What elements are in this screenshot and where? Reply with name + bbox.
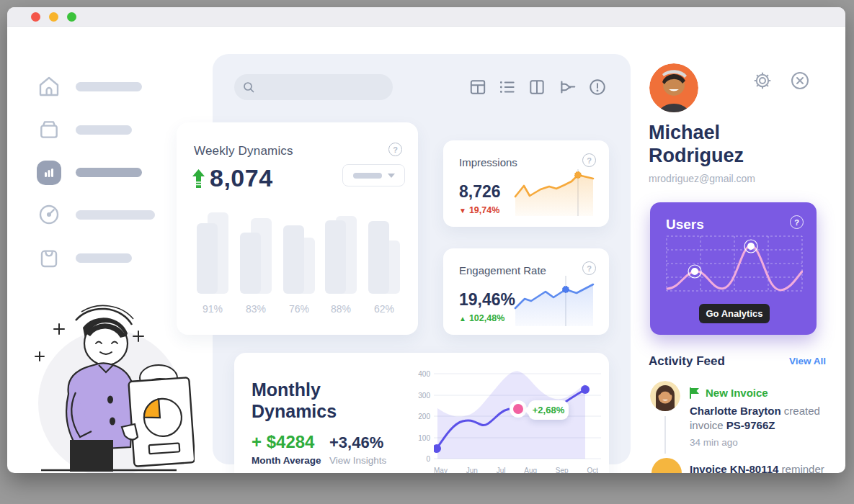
- engagement-card: Engagement Rate ? 19,46% ▲ 102,48%: [443, 248, 609, 335]
- view-all-link[interactable]: View All: [789, 356, 826, 366]
- merge-flow-icon[interactable]: [558, 78, 577, 96]
- bar-group: [368, 212, 400, 294]
- engagement-sparkline: [443, 248, 609, 335]
- activity-feed-title: Activity Feed: [649, 354, 725, 369]
- activity-timestamp: 34 min ago: [690, 437, 738, 448]
- users-help-icon[interactable]: ?: [790, 215, 804, 229]
- analytics-icon[interactable]: [37, 161, 61, 185]
- monthly-title: Monthly Dynamics: [252, 379, 337, 422]
- weekly-value: 8,074: [210, 164, 273, 192]
- users-title: Users: [666, 217, 704, 233]
- gauge-icon[interactable]: [37, 203, 61, 226]
- sidebar-item-analytics[interactable]: [76, 168, 142, 177]
- activity-item-text-2: Invoice KN-80114 reminder: [690, 462, 834, 473]
- bar-group: [325, 212, 357, 294]
- sidebar-item-orders[interactable]: [76, 125, 132, 135]
- archive-box-icon[interactable]: [37, 118, 61, 141]
- go-analytics-button[interactable]: Go Analytics: [699, 304, 770, 323]
- month-average-value: + $4284: [252, 432, 314, 452]
- weekly-title: Weekly Dynamics: [194, 144, 293, 158]
- insight-value: +3,46%: [329, 433, 383, 452]
- bar-label: 88%: [325, 303, 357, 315]
- search-input[interactable]: [255, 82, 378, 93]
- bar-label: 62%: [368, 303, 400, 315]
- settings-gear-icon[interactable]: [752, 70, 773, 91]
- app-window: Weekly Dynamics ? 8,074 91% 83% 76% 88% …: [7, 7, 845, 473]
- bar-label: 91%: [197, 303, 228, 315]
- chart-marker-dot: [513, 404, 523, 414]
- search-icon: [243, 81, 255, 94]
- bar-label: 76%: [283, 303, 315, 315]
- zoom-window-button[interactable]: [67, 12, 76, 22]
- bar-group: [240, 212, 272, 294]
- dropdown-placeholder-pill: [353, 173, 382, 179]
- bar-group: [283, 212, 315, 294]
- y-tick: 0: [412, 455, 430, 463]
- profile-email: mrodriguez@gmail.com: [649, 173, 755, 184]
- weekly-help-icon[interactable]: ?: [388, 143, 402, 156]
- chart-tooltip: +2,68%: [528, 400, 569, 420]
- month-average-label: Month Average: [252, 455, 321, 466]
- monthly-dynamics-card: Monthly Dynamics + $4284 Month Average +…: [234, 353, 609, 473]
- weekly-period-dropdown[interactable]: [342, 164, 405, 186]
- chevron-down-icon: [388, 174, 395, 178]
- alert-circle-icon[interactable]: [588, 78, 607, 96]
- window-titlebar: [7, 7, 845, 27]
- impressions-sparkline: [443, 140, 609, 227]
- close-window-button[interactable]: [31, 12, 40, 22]
- users-chart: [666, 235, 803, 293]
- home-icon[interactable]: [37, 75, 61, 98]
- impressions-card: Impressions ? 8,726 ▼ 19,74%: [443, 140, 609, 227]
- bar-group: [197, 212, 228, 294]
- flag-icon: [690, 387, 700, 399]
- growth-arrow-icon: [192, 169, 205, 188]
- minimize-window-button[interactable]: [49, 12, 58, 22]
- y-tick: 100: [412, 434, 430, 442]
- table-view-icon[interactable]: [468, 78, 487, 96]
- profile-name: Michael Rodriguez: [649, 121, 744, 167]
- y-tick: 300: [412, 392, 430, 400]
- y-tick: 400: [412, 370, 430, 378]
- view-insights-link[interactable]: View Insights: [329, 455, 386, 466]
- close-panel-icon[interactable]: [789, 70, 811, 91]
- user-avatar[interactable]: [649, 63, 698, 112]
- sidebar-item-store[interactable]: [76, 253, 132, 263]
- analyst-illustration: [25, 299, 195, 473]
- sidebar-item-performance[interactable]: [76, 210, 155, 220]
- y-tick: 200: [412, 413, 430, 420]
- weekly-dynamics-card: Weekly Dynamics ? 8,074 91% 83% 76% 88% …: [177, 122, 418, 335]
- bar-label: 83%: [240, 303, 272, 315]
- sidebar-item-home[interactable]: [76, 82, 142, 91]
- columns-view-icon[interactable]: [528, 78, 546, 96]
- users-card: Users ? Go Analytics: [650, 202, 817, 335]
- activity-item-text: Charlotte Brayton created invoice PS-976…: [690, 404, 830, 433]
- list-view-icon[interactable]: [498, 78, 517, 96]
- shopping-bag-icon[interactable]: [37, 246, 61, 269]
- timeline-connector: [664, 416, 666, 454]
- x-axis-labels: MayJun JulAug SepOct: [434, 467, 598, 473]
- activity-avatar-2: [651, 458, 682, 473]
- activity-avatar: [650, 381, 680, 411]
- activity-badge: New Invoice: [706, 387, 768, 399]
- search-bar[interactable]: [234, 74, 393, 100]
